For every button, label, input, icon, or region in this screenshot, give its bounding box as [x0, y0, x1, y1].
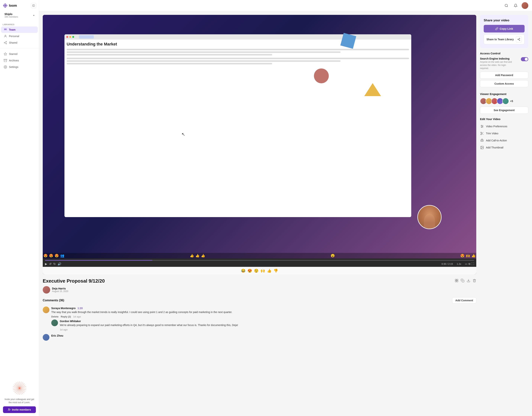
comment-ago-1: 1d ago: [73, 315, 81, 318]
dot-yellow: [69, 36, 71, 38]
svg-point-61: [482, 141, 482, 141]
team-library-label: Share to Team Library: [486, 38, 514, 41]
share-icon-button[interactable]: [516, 36, 522, 42]
emoji-heart2: 😍: [460, 254, 464, 258]
emoji-fire: 😍: [43, 254, 48, 258]
svg-point-56: [481, 134, 482, 135]
custom-access-button[interactable]: Custom Access: [480, 80, 528, 87]
view-btn-pip[interactable]: ⧉: [468, 262, 470, 265]
reply-comment-1[interactable]: Reply (2): [61, 315, 71, 318]
app-name: loom: [9, 4, 17, 8]
video-content-mockup: Understanding the Market: [64, 34, 411, 217]
presenter-circle: [417, 205, 442, 229]
delete-comment-1[interactable]: Delete: [51, 315, 59, 318]
comment-avatar-eric: [43, 334, 49, 341]
invite-text: Invite your colleagues and get the most …: [3, 398, 36, 404]
svg-line-48: [518, 38, 519, 39]
video-container: Understanding the Market: [43, 15, 476, 274]
svg-rect-40: [455, 281, 457, 282]
svg-rect-60: [481, 140, 483, 142]
comment-avatar-gordon: [51, 320, 58, 326]
delete-video-button[interactable]: [473, 279, 476, 283]
mockup-line-4: [67, 58, 409, 59]
sidebar-item-personal[interactable]: Personal: [1, 33, 38, 39]
svg-rect-39: [457, 279, 458, 280]
comment-body-1: Soraya Montenegro 1:20 The way that you …: [51, 307, 232, 318]
svg-line-47: [518, 39, 519, 40]
team-icon: [4, 28, 7, 31]
copy-video-button[interactable]: [461, 279, 464, 283]
reaction-wow[interactable]: 😲: [254, 268, 259, 273]
sidebar-item-shared[interactable]: Shared: [1, 39, 38, 46]
comment-item-reply: Gordon Whitaker We're already preparing …: [51, 320, 476, 331]
mockup-line-2: [67, 51, 341, 53]
scissors-icon: [480, 131, 484, 135]
time-display: 0:30 / 2:15: [442, 263, 453, 265]
sidebar-item-team[interactable]: Team: [1, 27, 38, 33]
edit-item-cta[interactable]: Add Call-to-Action: [480, 137, 528, 144]
emoji-surprise: 😮: [331, 254, 335, 258]
view-btn-fullscreen[interactable]: ⛶: [472, 262, 474, 265]
collapse-sidebar-button[interactable]: [31, 3, 36, 8]
logo-area: loom: [3, 3, 36, 8]
add-comment-button[interactable]: Add Comment: [452, 297, 476, 303]
settings-icon: [4, 65, 7, 69]
svg-point-44: [519, 38, 520, 39]
main-content: Understanding the Market: [39, 11, 532, 416]
search-engine-desc: Anyone on the web can find and access th…: [480, 60, 513, 70]
mockup-line-1: [67, 49, 409, 50]
view-btn-rect[interactable]: ▭: [465, 262, 467, 265]
progress-bar-track[interactable]: [45, 260, 474, 261]
edit-item-thumbnail[interactable]: Add Thumbnail: [480, 144, 528, 151]
red-circle: [314, 68, 329, 83]
add-password-button[interactable]: Add Password: [480, 72, 528, 79]
workspace-selector[interactable]: Shiplo 345 members ▾: [3, 11, 36, 20]
move-video-button[interactable]: [455, 279, 458, 283]
preferences-label: Video Preferences: [486, 125, 507, 128]
invite-members-button[interactable]: Invite members: [3, 406, 36, 413]
reaction-laugh[interactable]: 😂: [241, 268, 246, 273]
copy-link-button[interactable]: Copy Link: [484, 25, 525, 32]
comment-item: Soraya Montenegro 1:20 The way that you …: [43, 307, 476, 318]
comment-ago-2: 1d ago: [60, 328, 68, 331]
rewind-button[interactable]: ↺: [49, 262, 51, 266]
svg-line-1: [507, 6, 508, 7]
video-actions: [455, 279, 476, 283]
sidebar-item-settings[interactable]: Settings: [1, 64, 38, 70]
sidebar-bottom: Invite your colleagues and get the most …: [0, 378, 39, 416]
dot-green: [72, 36, 74, 38]
svg-rect-41: [457, 281, 458, 282]
mockup-line-6: [67, 63, 272, 64]
reaction-thumbsup[interactable]: 👍: [267, 268, 272, 273]
video-title: Executive Proposal 9/12/20: [43, 278, 105, 284]
play-button[interactable]: ▶: [45, 262, 47, 266]
cta-label: Add Call-to-Action: [486, 139, 507, 142]
sidebar-item-starred[interactable]: Starred: [1, 51, 38, 57]
svg-point-53: [483, 126, 483, 127]
search-engine-toggle[interactable]: [521, 57, 528, 61]
user-avatar[interactable]: [522, 2, 528, 9]
download-video-button[interactable]: [467, 279, 470, 283]
emoji-group: 👥: [60, 254, 64, 258]
see-engagement-button[interactable]: See Engagement: [480, 107, 528, 114]
reaction-raised-hands[interactable]: 🙌: [260, 268, 265, 273]
comment-time-link-1[interactable]: 1:20: [78, 307, 83, 310]
notifications-button[interactable]: [512, 2, 519, 9]
edit-item-preferences[interactable]: Video Preferences: [480, 123, 528, 130]
forward-button[interactable]: ↻: [53, 262, 56, 266]
emoji-raise: 🙌: [466, 254, 470, 258]
playback-speed[interactable]: 1.2x: [457, 263, 461, 265]
edit-item-trim[interactable]: Trim Video: [480, 130, 528, 137]
search-button[interactable]: [503, 2, 510, 9]
team-library-row[interactable]: Share to Team Library: [484, 34, 525, 44]
reaction-heart-eyes[interactable]: 😍: [247, 268, 252, 273]
yellow-triangle: [364, 83, 381, 96]
engagement-section: Viewer Engagement +5 See Engagement: [480, 92, 528, 114]
sidebar-item-archives[interactable]: Archives: [1, 57, 38, 64]
volume-button[interactable]: 🔊: [58, 262, 61, 266]
svg-point-22: [5, 66, 6, 67]
author-date: August 15, 2020: [52, 290, 68, 293]
copy-link-label: Copy Link: [500, 27, 513, 30]
video-progress-area: ▶ ↺ ↻ 🔊 0:30 / 2:15 1.2x ▭ ⧉: [43, 258, 476, 267]
reaction-thumbsdown[interactable]: 👎: [273, 268, 278, 273]
